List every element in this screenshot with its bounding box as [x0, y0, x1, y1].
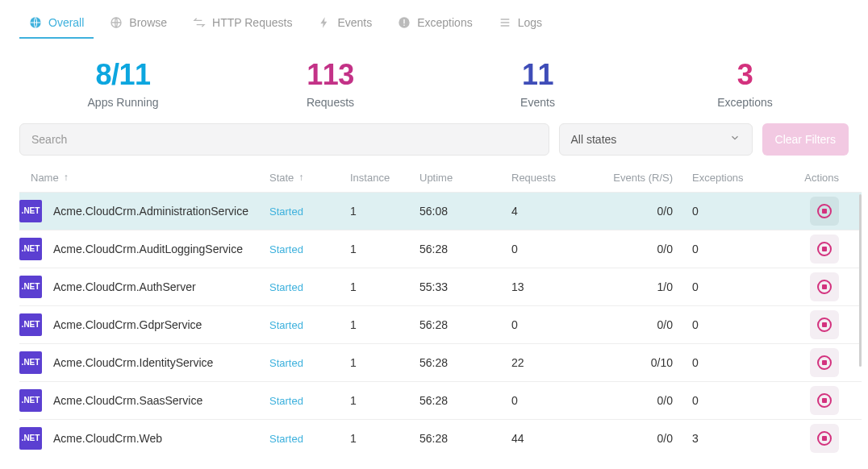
sort-asc-icon: ↑: [64, 172, 69, 183]
service-name: Acme.CloudCrm.Web: [53, 432, 162, 445]
requests-value: 22: [511, 356, 589, 369]
bolt-icon: [318, 16, 331, 29]
tab-label: HTTP Requests: [212, 16, 292, 29]
tab-label: Overall: [48, 16, 84, 29]
stop-button[interactable]: [810, 386, 839, 415]
col-header-events[interactable]: Events (R/S): [589, 172, 692, 184]
state-value: Started: [269, 281, 303, 293]
stat-label: Apps Running: [19, 96, 227, 109]
table-body: .NETAcme.CloudCrm.AdministrationServiceS…: [19, 192, 862, 469]
events-value: 0/0: [589, 205, 692, 218]
table-row[interactable]: .NETAcme.CloudCrm.AuthServerStarted155:3…: [19, 268, 862, 305]
scrollbar-thumb[interactable]: [859, 194, 862, 367]
stop-icon: [817, 431, 832, 446]
state-select[interactable]: All states: [559, 123, 753, 156]
uptime-value: 56:28: [419, 318, 511, 331]
dotnet-badge: .NET: [19, 276, 42, 298]
events-value: 0/0: [589, 318, 692, 331]
col-header-instance[interactable]: Instance: [350, 172, 419, 184]
dotnet-badge: .NET: [19, 200, 42, 222]
service-name: Acme.CloudCrm.AuthServer: [53, 280, 196, 293]
instance-value: 1: [350, 243, 419, 255]
sort-asc-icon: ↑: [298, 172, 303, 183]
table-row[interactable]: .NETAcme.CloudCrm.WebStarted156:28440/03: [19, 419, 862, 457]
stop-button[interactable]: [810, 310, 839, 339]
stat-apps-running: 8/11 Apps Running: [19, 59, 227, 109]
state-value: Started: [269, 205, 303, 218]
tab-label: Browse: [129, 16, 167, 29]
stat-value: 8/11: [19, 59, 227, 91]
dotnet-badge: .NET: [19, 238, 42, 260]
requests-value: 0: [511, 243, 589, 255]
stop-icon: [817, 280, 832, 294]
stats-row: 8/11 Apps Running 113 Requests 11 Events…: [0, 39, 868, 123]
events-value: 0/0: [589, 394, 692, 407]
state-value: Started: [269, 357, 303, 369]
tab-label: Logs: [518, 16, 542, 29]
tab-http-requests[interactable]: HTTP Requests: [183, 10, 302, 39]
instance-value: 1: [350, 318, 419, 331]
service-name: Acme.CloudCrm.IdentityService: [53, 356, 213, 369]
stop-icon: [817, 355, 832, 370]
service-name: Acme.CloudCrm.AdministrationService: [53, 205, 248, 218]
stop-button[interactable]: [810, 424, 839, 453]
stop-button[interactable]: [810, 272, 839, 301]
col-header-exceptions[interactable]: Exceptions: [692, 172, 770, 184]
events-value: 0/0: [589, 243, 692, 255]
list-icon: [499, 16, 511, 29]
stat-label: Exceptions: [641, 96, 849, 109]
uptime-value: 56:28: [419, 432, 511, 445]
service-name: Acme.CloudCrm.AuditLoggingService: [53, 243, 243, 255]
instance-value: 1: [350, 394, 419, 407]
globe-solid-icon: [29, 16, 42, 29]
stat-requests: 113 Requests: [227, 59, 434, 109]
uptime-value: 56:28: [419, 243, 511, 255]
dotnet-badge: .NET: [19, 427, 42, 450]
exceptions-value: 0: [692, 356, 770, 369]
stop-button[interactable]: [810, 197, 839, 226]
svg-rect-4: [404, 25, 405, 26]
exceptions-value: 0: [692, 243, 770, 255]
table-row[interactable]: .NETAcme.CloudCrm.SaasServiceStarted156:…: [19, 381, 862, 419]
instance-value: 1: [350, 356, 419, 369]
tab-exceptions[interactable]: Exceptions: [388, 10, 482, 39]
col-header-requests[interactable]: Requests: [511, 172, 589, 184]
search-input[interactable]: [19, 123, 549, 156]
table-row[interactable]: .NETAcme.CloudCrm.AdministrationServiceS…: [19, 192, 862, 230]
events-value: 0/0: [589, 432, 692, 445]
state-value: Started: [269, 395, 303, 407]
service-name: Acme.CloudCrm.GdprService: [53, 318, 202, 331]
clear-filters-button[interactable]: Clear Filters: [762, 123, 849, 156]
col-header-uptime[interactable]: Uptime: [419, 172, 511, 184]
table-row[interactable]: .NETAcme.CloudCrm.AuditLoggingServiceSta…: [19, 230, 862, 268]
table-row[interactable]: .NETAcme.CloudCrm.GdprServiceStarted156:…: [19, 305, 862, 343]
stop-button[interactable]: [810, 348, 839, 377]
tab-label: Exceptions: [417, 16, 472, 29]
col-header-state[interactable]: State ↑: [269, 172, 350, 184]
stat-value: 11: [434, 59, 641, 91]
globe-outline-icon: [110, 16, 123, 29]
exceptions-value: 0: [692, 394, 770, 407]
stop-button[interactable]: [810, 234, 839, 264]
swap-icon: [193, 16, 206, 29]
tab-logs[interactable]: Logs: [489, 10, 552, 39]
tab-bar: Overall Browse HTTP Requests Events Exce…: [0, 0, 868, 39]
tab-browse[interactable]: Browse: [100, 10, 177, 39]
stat-value: 113: [227, 59, 434, 91]
uptime-value: 55:33: [419, 280, 511, 293]
stat-exceptions: 3 Exceptions: [641, 59, 849, 109]
uptime-value: 56:28: [419, 356, 511, 369]
stat-value: 3: [641, 59, 849, 91]
dotnet-badge: .NET: [19, 313, 42, 336]
state-select-value: All states: [571, 133, 617, 146]
uptime-value: 56:28: [419, 394, 511, 407]
tab-events[interactable]: Events: [308, 10, 382, 39]
tab-overall[interactable]: Overall: [19, 10, 94, 39]
exceptions-value: 0: [692, 280, 770, 293]
table-row[interactable]: .NETAcme.CloudCrm.IdentityServiceStarted…: [19, 343, 862, 381]
uptime-value: 56:08: [419, 205, 511, 218]
col-header-name[interactable]: Name ↑: [19, 172, 269, 184]
filter-bar: All states Clear Filters: [0, 123, 868, 167]
requests-value: 0: [511, 394, 589, 407]
state-value: Started: [269, 243, 303, 255]
